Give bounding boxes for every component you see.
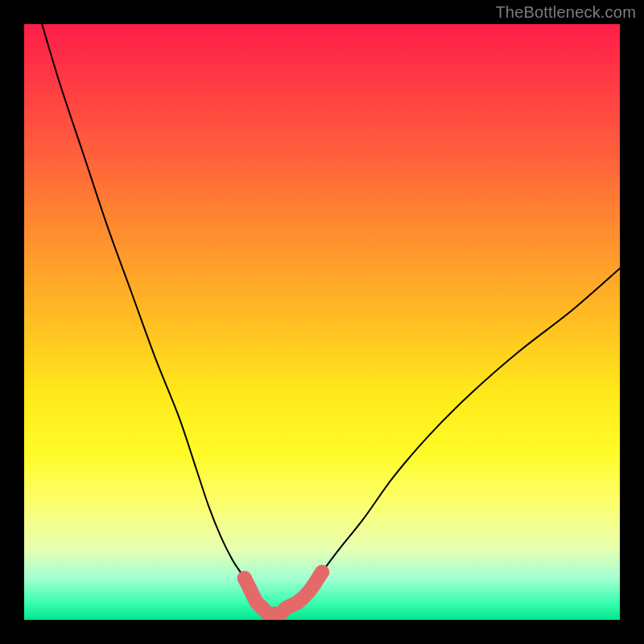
- near-optimum-marker: [315, 565, 329, 580]
- watermark-text: TheBottleneck.com: [495, 3, 636, 22]
- near-optimum-marker: [303, 583, 317, 597]
- near-optimum-markers: [237, 565, 329, 620]
- bottleneck-curve-line: [42, 24, 620, 614]
- chart-svg: [24, 24, 620, 620]
- chart-stage: TheBottleneck.com: [0, 0, 644, 644]
- near-optimum-marker: [291, 595, 305, 609]
- plot-area: [24, 24, 620, 620]
